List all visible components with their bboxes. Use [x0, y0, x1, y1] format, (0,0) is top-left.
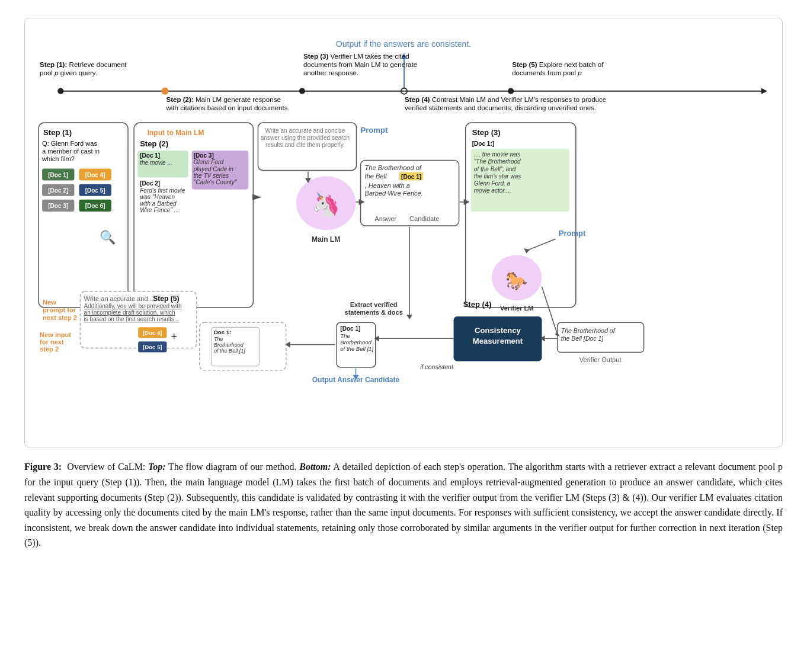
- verifier-output-label: Verifier Output: [579, 356, 622, 363]
- step3-doc1-name: [Doc 1:]: [472, 140, 494, 147]
- step1-doc1-label: [Doc 1]: [48, 172, 68, 178]
- step3-timeline-label3: another response.: [303, 69, 358, 76]
- step3-d1-t1: ..., the movie was: [474, 151, 520, 158]
- step2-doc2-t1: Ford's first movie: [140, 187, 185, 194]
- step5-doc1-title: Doc 1:: [214, 329, 231, 335]
- answer-candidate-label: Answer: [374, 215, 396, 222]
- figure-label: Figure 3:: [24, 462, 62, 472]
- step2-timeline-label: Step (2): Main LM generate response: [166, 96, 280, 103]
- step4-doc1-t1: The: [340, 332, 350, 339]
- answer-t2: the Bell: [365, 172, 387, 180]
- new-prompt-label-t3: next step 2: [43, 314, 77, 321]
- arrow-step5-extract-head: [286, 341, 290, 347]
- prompt-label-step3: Prompt: [559, 229, 586, 238]
- dot-step2: [161, 88, 168, 95]
- step1-timeline-label2: pool p given query.: [40, 69, 97, 76]
- diagram-wrapper: Output if the answers are consistent. St…: [24, 18, 783, 447]
- step1-doc5-label: [Doc 5]: [85, 187, 105, 194]
- prompt-text-l1: Write an accurate and concise: [265, 127, 345, 134]
- figure-caption: Figure 3: Overview of CaLM: Top: The flo…: [24, 459, 783, 551]
- answer-t3: , Heaven with a: [365, 182, 410, 189]
- step2-doc3-name: [Doc 3]: [194, 152, 214, 159]
- step5-prompt-t2: Additionally, you will be provided with: [84, 303, 182, 309]
- caption-top-text: The flow diagram of our method.: [168, 462, 297, 472]
- doc1-ref-label: [Doc 1]: [401, 174, 421, 180]
- step5-prompt-t1: Write an accurate and ...: [84, 295, 155, 302]
- step5-timeline-label: Step (5) Explore next batch of: [512, 61, 604, 68]
- step3-d1-t5: Glenn Ford, a: [474, 180, 511, 187]
- step5-doc1-t2: Brotherhood: [214, 342, 244, 348]
- dot-step3: [299, 88, 305, 94]
- verifier-lm-label: Verifier LM: [500, 305, 534, 312]
- unicorn-icon: 🦄: [312, 191, 340, 218]
- step2-doc3-t1: Glenn Ford: [194, 159, 224, 165]
- new-input-label-t3: step 2: [40, 345, 59, 353]
- verifier-lm-icon: 🐎: [505, 270, 528, 292]
- step5-prompt-t4: is based on the first search results...: [84, 316, 180, 322]
- plus-sign: +: [171, 331, 177, 343]
- step4-title: Step (4): [463, 300, 492, 309]
- magnifier-icon: 🔍: [100, 229, 116, 245]
- verifier-output-t1: The Brotherhood of: [561, 327, 616, 334]
- step5-doc4-label: [Doc 4]: [143, 329, 162, 336]
- dot-step1: [57, 88, 63, 94]
- consistency-t1: Consistency: [475, 326, 521, 335]
- step5-prompt-t3: an incomplete draft solution, which: [84, 309, 175, 316]
- step4-timeline-label2: verified statements and documents, disca…: [405, 104, 596, 111]
- step4-timeline-label: Step (4) Contrast Main LM and Verifier L…: [405, 96, 606, 103]
- step3-title: Step (3): [472, 128, 501, 137]
- step1-q-line1: Q: Glenn Ford was: [42, 140, 97, 147]
- step2-box: [134, 123, 253, 308]
- prompt-text-l2: answer using the provided search: [261, 135, 350, 141]
- verifier-output-t2: the Bell [Doc 1]: [561, 335, 604, 342]
- step3-d1-t4: the film's star was: [474, 173, 521, 180]
- step4-doc1-t3: of the Bell [1]: [340, 345, 373, 352]
- prompt-text-l3: results and cite them properly.: [265, 142, 345, 148]
- step1-title: Step (1): [43, 128, 72, 137]
- dot-step5: [508, 88, 514, 94]
- step3-timeline-label2: documents from Main LM to generate: [303, 61, 417, 68]
- answer-t4: Barbed Wire Fence.: [365, 190, 423, 197]
- step2-doc2-t3: with a Barbed: [140, 200, 177, 207]
- arrow-ac-consistency-head: [406, 315, 412, 319]
- step2-input-label: Input to Main LM: [148, 129, 204, 137]
- step2-doc2-name: [Doc 2]: [140, 180, 160, 187]
- step1-doc4-label: [Doc 4]: [85, 172, 105, 178]
- if-consistent-label: if consistent: [420, 363, 454, 370]
- diagram-svg: Output if the answers are consistent. St…: [34, 30, 773, 436]
- step1-q-line2: a member of cast in: [42, 148, 100, 155]
- step2-doc3-t4: "Cade's County": [194, 179, 237, 185]
- caption-bottom-label: Bottom:: [299, 462, 331, 472]
- step5-doc1-t3: of the Bell [1]: [214, 348, 245, 354]
- extract-label-t1: Extract verified: [350, 301, 398, 308]
- new-prompt-label-t2: prompt for: [43, 306, 76, 313]
- caption-bottom-text: A detailed depiction of each step's oper…: [24, 462, 783, 548]
- consistency-t2: Measurement: [473, 337, 523, 345]
- step2-timeline-label2: with citations based on input documents.: [165, 104, 289, 111]
- step3-timeline-label: Step (3) Verifier LM takes the cited: [303, 53, 409, 60]
- new-prompt-label-t1: New: [43, 299, 56, 306]
- step2-title: Step (2): [140, 139, 168, 148]
- new-input-label-t1: New input: [40, 331, 71, 338]
- step5-timeline-label2: documents from pool p: [512, 69, 582, 76]
- step5-doc1-t1: The: [214, 336, 223, 342]
- step2-doc2-t4: Wire Fence" ...: [140, 207, 179, 213]
- step2-doc2-t2: was "Heaven: [140, 194, 175, 200]
- main-lm-label: Main LM: [312, 235, 340, 244]
- step2-doc3-t3: the TV series: [194, 172, 229, 179]
- answer-t1: The Brotherhood of: [365, 164, 422, 171]
- step1-timeline-label: Step (1): Retrieve document: [40, 61, 127, 68]
- step5-doc5-label: [Doc 5]: [143, 344, 162, 350]
- prompt-label-top: Prompt: [361, 126, 388, 135]
- step2-doc3-t2: played Cade in: [193, 166, 233, 172]
- step1-doc6-label: [Doc 6]: [85, 203, 105, 209]
- new-input-label-t2: for next: [40, 338, 64, 345]
- step3-d1-t2: "The Brotherhood: [474, 158, 521, 165]
- step4-doc1-name: [Doc 1]: [340, 325, 360, 332]
- timeline-arrowhead: [761, 88, 767, 94]
- step2-doc1-text: the movie ...: [140, 159, 172, 166]
- step2-doc1-name: [Doc 1]: [140, 152, 160, 159]
- step1-doc3-label: [Doc 3]: [48, 203, 68, 209]
- step1-q-line3: which film?: [41, 155, 75, 162]
- step3-d1-t6: movie actor....: [474, 187, 511, 194]
